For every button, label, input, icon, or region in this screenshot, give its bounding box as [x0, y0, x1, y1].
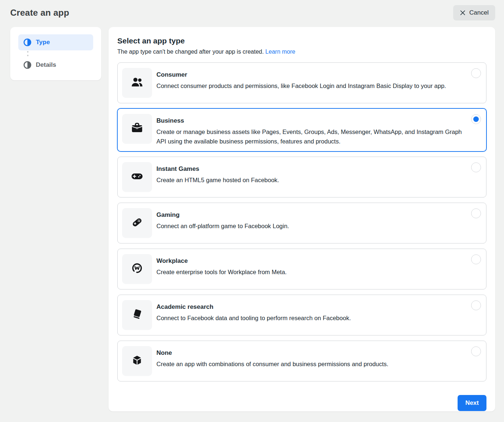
step-item-type[interactable]: Type [18, 34, 93, 50]
option-business[interactable]: Business Create or manage business asset… [117, 108, 486, 151]
cancel-label: Cancel [469, 9, 489, 16]
option-academic-research[interactable]: Academic research Connect to Facebook da… [117, 295, 486, 335]
radio-button[interactable] [471, 254, 481, 264]
option-instant-games[interactable]: Instant Games Create an HTML5 game hoste… [117, 157, 486, 197]
radio-button[interactable] [471, 208, 481, 218]
app-type-option-list: Consumer Connect consumer products and p… [117, 62, 486, 381]
step-item-details[interactable]: Details [18, 57, 93, 73]
panel-footer: Next [117, 395, 486, 411]
option-icon-tile [122, 208, 152, 238]
half-circle-progress-icon [23, 38, 31, 46]
content-area: Type Details Select an app type The app … [0, 27, 504, 411]
learn-more-link[interactable]: Learn more [265, 49, 295, 55]
option-title: Business [156, 117, 464, 124]
option-gaming[interactable]: Gaming Connect an off-platform game to F… [117, 203, 486, 243]
radio-button[interactable] [471, 68, 481, 78]
option-title: Workplace [156, 257, 287, 265]
cube-icon [130, 354, 144, 368]
top-bar: Create an app Cancel [0, 0, 504, 27]
page-title: Create an app [10, 8, 69, 18]
option-title: Academic research [156, 303, 351, 311]
option-none[interactable]: None Create an app with combinations of … [117, 341, 486, 381]
option-icon-tile [122, 162, 152, 192]
close-icon [460, 10, 466, 16]
option-icon-tile [122, 254, 152, 284]
option-title: None [156, 349, 389, 357]
main-panel: Select an app type The app type can't be… [109, 27, 495, 411]
option-description: Connect to Facebook data and tooling to … [156, 313, 351, 323]
option-description: Create an app with combinations of consu… [156, 359, 389, 369]
step-connector-dots [27, 51, 93, 56]
option-title: Consumer [156, 71, 446, 78]
gamepad-icon [130, 216, 144, 230]
instant-games-icon [130, 170, 144, 184]
option-description: Create or manage business assets like Pa… [156, 127, 464, 146]
option-icon-tile [122, 68, 152, 98]
people-icon [130, 76, 144, 90]
option-title: Gaming [156, 211, 289, 219]
workplace-icon [130, 262, 144, 276]
option-workplace[interactable]: Workplace Create enterprise tools for Wo… [117, 249, 486, 289]
book-icon [130, 308, 144, 322]
step-label: Details [36, 61, 56, 69]
radio-button[interactable] [471, 346, 481, 356]
option-description: Create enterprise tools for Workplace fr… [156, 267, 287, 277]
option-title: Instant Games [156, 165, 279, 173]
option-description: Create an HTML5 game hosted on Facebook. [156, 175, 279, 185]
radio-button[interactable] [471, 300, 481, 310]
option-icon-tile [122, 114, 152, 144]
next-button[interactable]: Next [458, 395, 486, 411]
radio-button[interactable] [471, 162, 481, 172]
section-subtitle: The app type can't be changed after your… [117, 49, 486, 55]
cancel-button[interactable]: Cancel [453, 5, 495, 20]
step-sidebar: Type Details [10, 27, 101, 80]
step-label: Type [36, 39, 50, 46]
radio-button[interactable] [471, 114, 481, 124]
option-description: Connect consumer products and permission… [156, 81, 446, 91]
briefcase-icon [130, 122, 144, 136]
option-consumer[interactable]: Consumer Connect consumer products and p… [117, 62, 486, 103]
option-icon-tile [122, 300, 152, 330]
option-icon-tile [122, 346, 152, 376]
section-title: Select an app type [117, 37, 486, 45]
option-description: Connect an off-platform game to Facebook… [156, 221, 289, 231]
half-circle-progress-icon [23, 61, 31, 69]
